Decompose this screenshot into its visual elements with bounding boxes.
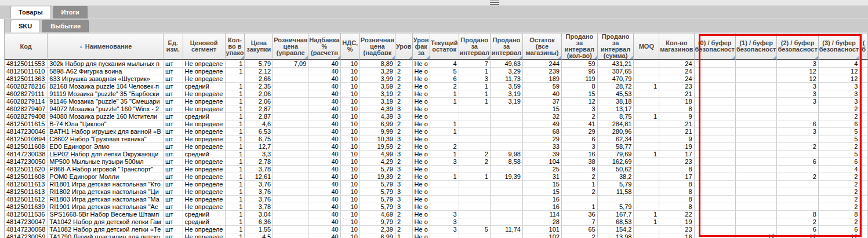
cell-sold_sum[interactable]: 284,81 [598, 120, 634, 128]
cell-segment[interactable]: средний [183, 211, 226, 218]
cell-shops[interactable]: 19 [659, 218, 694, 226]
cell-unit[interactable]: шт [164, 203, 183, 211]
cell-markup[interactable]: 40 [308, 151, 340, 158]
cell-sold1[interactable] [459, 166, 491, 173]
cell-level[interactable]: 2 [395, 83, 413, 90]
cell-sold_sum[interactable]: 154,2 [598, 226, 634, 233]
cell-b3[interactable]: 2 [819, 218, 860, 226]
cell-b4_partial[interactable] [860, 60, 868, 68]
cell-sold_sum[interactable]: 13,17 [598, 105, 634, 113]
cell-b2[interactable]: 3 [777, 83, 818, 90]
cell-shops[interactable]: 24 [659, 68, 694, 75]
cell-level_fact[interactable]: Не о [413, 113, 430, 120]
cell-retail_markup[interactable]: 19,59 [360, 143, 395, 151]
cell-b0[interactable] [695, 188, 736, 196]
cell-b4_partial[interactable] [860, 196, 868, 203]
cell-sold_qty[interactable]: 59 [562, 60, 598, 68]
cell-name[interactable]: TA1082 Набор для детской лепки «Те [48, 226, 164, 233]
cell-sold_sum[interactable]: 68,53 [598, 218, 634, 226]
cell-unit[interactable]: шт [164, 113, 183, 120]
cell-stock_all[interactable]: 114 [523, 211, 562, 218]
cell-moq[interactable] [634, 188, 659, 196]
cell-level_fact[interactable]: Не о [413, 196, 430, 203]
cell-vat[interactable]: 10 [341, 173, 360, 181]
col-header-b1[interactable]: (1) / буфер безопасност [736, 33, 777, 60]
cell-moq[interactable] [634, 173, 659, 181]
cell-price_purchase[interactable]: 6,75 [245, 136, 273, 143]
cell-cur_stock[interactable]: 4 [430, 60, 459, 68]
cell-sold_sum[interactable]: 470,79 [598, 75, 634, 83]
cell-shops[interactable]: 8 [659, 203, 694, 211]
cell-retail_markup[interactable]: 9,79 [360, 218, 395, 226]
cell-b3[interactable]: 2 [819, 203, 860, 211]
cell-retail_markup[interactable]: 9,99 [360, 128, 395, 136]
cell-price_purchase[interactable]: 2,87 [245, 113, 273, 120]
cell-stock_all[interactable]: 68 [523, 128, 562, 136]
cell-level[interactable]: 2 [395, 211, 413, 218]
cell-stock_all[interactable]: 59 [523, 83, 562, 90]
cell-qty_pack[interactable]: 1 [226, 188, 245, 196]
cell-markup[interactable]: 40 [308, 120, 340, 128]
cell-b0[interactable] [695, 113, 736, 120]
cell-b0[interactable] [695, 218, 736, 226]
cell-level_fact[interactable]: Не о [413, 233, 430, 238]
cell-level[interactable]: 2 [395, 98, 413, 105]
cell-level_fact[interactable]: Не о [413, 226, 430, 233]
cell-b3[interactable]: 5 [819, 136, 860, 143]
cell-shops[interactable]: 18 [659, 98, 694, 105]
cell-sold2[interactable]: 11,74 [491, 226, 523, 233]
cell-code[interactable]: 46028279408 [5, 113, 48, 120]
cell-name[interactable]: POM0 Единорог Молли [48, 173, 164, 181]
cell-shops[interactable]: 17 [659, 173, 694, 181]
cell-name[interactable]: LEP02 Набор для лепки Окружающи [48, 151, 164, 158]
cell-b4_partial[interactable] [860, 83, 868, 90]
cell-name[interactable]: 302k Набор для пускания мыльных п [48, 60, 164, 68]
cell-retail_managed[interactable] [273, 211, 308, 218]
cell-b4_partial[interactable] [860, 181, 868, 188]
cell-b0[interactable] [695, 60, 736, 68]
cell-price_purchase[interactable]: 3,78 [245, 166, 273, 173]
cell-code[interactable]: 48125011613 [5, 188, 48, 196]
cell-sold_qty[interactable]: 2 [562, 173, 598, 181]
cell-sold1[interactable] [459, 218, 491, 226]
cell-sold_qty[interactable]: 41 [562, 120, 598, 128]
cell-b3[interactable]: 2 [819, 188, 860, 196]
cell-stock_all[interactable]: 104 [523, 158, 562, 166]
cell-qty_pack[interactable]: 1 [226, 181, 245, 188]
cell-b3[interactable]: 3 [819, 98, 860, 105]
cell-moq[interactable] [634, 120, 659, 128]
cell-cur_stock[interactable]: 3 [430, 226, 459, 233]
cell-b0[interactable] [695, 128, 736, 136]
cell-price_purchase[interactable]: 5,79 [245, 60, 273, 68]
cell-sold1[interactable]: 1 [459, 83, 491, 90]
col-header-retail_markup[interactable]: Розничная цена (надбавк [360, 33, 395, 60]
cell-unit[interactable]: шт [164, 128, 183, 136]
cell-markup[interactable]: 40 [308, 113, 340, 120]
cell-vat[interactable]: 10 [341, 90, 360, 98]
cell-sold_qty[interactable]: 38 [562, 158, 598, 166]
col-header-sold1[interactable]: Продано за интервал [459, 33, 491, 60]
cell-b1[interactable] [736, 158, 777, 166]
cell-retail_markup[interactable]: 2,39 [360, 226, 395, 233]
cell-b2[interactable]: 3 [777, 128, 818, 136]
cell-sold1[interactable] [459, 211, 491, 218]
cell-cur_stock[interactable]: 3 [430, 218, 459, 226]
cell-segment[interactable]: Не определе [183, 181, 226, 188]
cell-sold2[interactable]: 3,59 [491, 83, 523, 90]
cell-b2[interactable] [777, 113, 818, 120]
cell-vat[interactable]: 10 [341, 233, 360, 238]
cell-b1[interactable] [736, 196, 777, 203]
cell-b1[interactable] [736, 203, 777, 211]
cell-retail_managed[interactable] [273, 143, 308, 151]
cell-unit[interactable]: шт [164, 136, 183, 143]
cell-code[interactable]: 48147230058 [5, 226, 48, 233]
cell-b3[interactable]: 3 [819, 83, 860, 90]
cell-b4_partial[interactable] [860, 211, 868, 218]
cell-code[interactable]: 48147230050 [5, 158, 48, 166]
cell-stock_all[interactable]: 28 [523, 218, 562, 226]
cell-name[interactable]: TA1042 Набор для детской лепки Гам [48, 218, 164, 226]
cell-unit[interactable]: шт [164, 98, 183, 105]
cell-moq[interactable] [634, 136, 659, 143]
cell-b0[interactable] [695, 166, 736, 173]
cell-moq[interactable]: 1 [634, 113, 659, 120]
